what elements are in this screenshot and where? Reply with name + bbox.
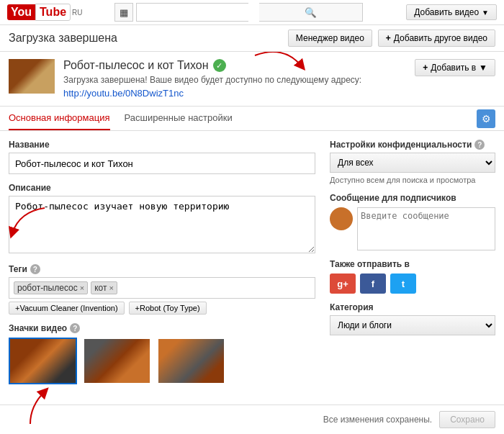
description-field-group: Описание Робот-пылесос изучает новую тер… [9, 183, 315, 256]
upload-success-msg: Загрузка завершена! Ваше видео будет дос… [63, 75, 361, 85]
description-input[interactable]: Робот-пылесос изучает новую территорию [9, 196, 315, 253]
category-select[interactable]: Люди и блоги Музыка Игры Образование Нов… [330, 315, 495, 335]
red-arrow-svg-1 [248, 52, 305, 81]
thumbnails-label: Значки видео ? [9, 323, 315, 333]
tab-basic[interactable]: Основная информация [9, 107, 110, 130]
success-message-row: Загрузка завершена! Ваше видео будет дос… [63, 75, 397, 99]
video-title-text: Робот-пылесос и кот Тихон [63, 59, 209, 72]
tab-gear-button[interactable]: ⚙ [477, 109, 495, 128]
subscriber-section: Сообщение для подписчиков [330, 193, 495, 250]
search-input[interactable] [136, 3, 248, 22]
subscriber-label: Сообщение для подписчиков [330, 193, 495, 203]
privacy-description: Доступно всем для поиска и просмотра [330, 176, 495, 184]
tags-container[interactable]: робот-пылесос × кот × [9, 277, 315, 299]
thumbnail-1[interactable] [9, 338, 77, 384]
left-column: Название Описание Робот-пылесос изучает … [9, 140, 330, 396]
tag-item[interactable]: робот-пылесос × [14, 281, 88, 294]
right-column: Настройки конфиденциальности ? Для всех … [330, 140, 495, 396]
video-thumbnail [9, 59, 55, 94]
video-manager-button[interactable]: Менеджер видео [288, 30, 372, 47]
sub-header-actions: Менеджер видео Добавить другое видео [288, 30, 495, 47]
subscriber-row [330, 207, 495, 250]
tag-suggestions: +Vacuum Cleaner (Invention) +Robot (Toy … [9, 302, 315, 315]
title-input[interactable] [9, 153, 315, 174]
thumbnail-1-image [10, 339, 76, 383]
share-buttons: g+ f t [330, 273, 495, 294]
thumbnail-3[interactable] [157, 338, 225, 384]
logo-white: Tube [35, 4, 71, 21]
tags-help-icon[interactable]: ? [30, 264, 40, 274]
logo-locale: RU [72, 9, 82, 17]
privacy-select[interactable]: Для всех По ссылке Частное [330, 153, 495, 173]
saved-text: Все изменения сохранены. [323, 415, 433, 425]
thumbnail-2-image [84, 339, 150, 383]
thumbnails-help-icon[interactable]: ? [70, 323, 80, 333]
thumbnails-section: Значки видео ? [9, 323, 315, 384]
video-title-row: Робот-пылесос и кот Тихон ✓ [63, 59, 397, 72]
add-to-arrow-icon: ▼ [479, 63, 487, 73]
header-right: Добавить видео ▼ [406, 4, 497, 20]
subscriber-message-input[interactable] [357, 207, 495, 250]
privacy-label: Настройки конфиденциальности ? [330, 140, 495, 150]
privacy-section: Настройки конфиденциальности ? Для всех … [330, 140, 495, 184]
tag-item[interactable]: кот × [91, 281, 117, 294]
title-field-group: Название [9, 140, 315, 174]
thumbnail-3-image [158, 339, 224, 383]
title-label: Название [9, 140, 315, 150]
tag-remove-icon[interactable]: × [109, 284, 113, 292]
upload-complete-label: Загрузка завершена [9, 32, 117, 45]
tags-label: Теги ? [9, 264, 315, 274]
checkmark-icon: ✓ [213, 59, 226, 72]
thumbnails-row [9, 338, 315, 384]
save-button[interactable]: Сохрано [439, 411, 495, 428]
add-other-video-button[interactable]: Добавить другое видео [378, 30, 495, 47]
add-to-button[interactable]: + Добавить в ▼ [415, 59, 495, 76]
main-content: Название Описание Робот-пылесос изучает … [0, 131, 504, 404]
add-video-button[interactable]: Добавить видео ▼ [406, 4, 497, 20]
description-label: Описание [9, 183, 315, 193]
header: YouTubeRU ▦ 🔍 Добавить видео ▼ [0, 0, 504, 25]
privacy-help-icon[interactable]: ? [474, 140, 485, 150]
logo: YouTubeRU [7, 4, 83, 21]
category-label: Категория [330, 302, 495, 312]
share-facebook-button[interactable]: f [360, 273, 386, 294]
bottom-bar: Все изменения сохранены. Сохрано [0, 404, 504, 434]
share-section: Также отправить в g+ f t [330, 259, 495, 294]
category-section: Категория Люди и блоги Музыка Игры Образ… [330, 302, 495, 335]
logo-red: You [7, 4, 35, 20]
tags-field-group: Теги ? робот-пылесос × кот × +Vacuum Cle… [9, 264, 315, 315]
tag-remove-icon[interactable]: × [80, 284, 84, 292]
video-thumb-image [9, 59, 55, 94]
video-title-section: Робот-пылесос и кот Тихон ✓ Загрузка зав… [63, 59, 397, 99]
add-to-section: + Добавить в ▼ [415, 59, 495, 76]
subscriber-avatar [330, 207, 353, 230]
search-bar: ▦ 🔍 [114, 3, 374, 22]
tag-suggestion-2[interactable]: +Robot (Toy Type) [129, 302, 207, 315]
share-label: Также отправить в [330, 259, 495, 269]
grid-icon[interactable]: ▦ [114, 3, 133, 22]
share-twitter-button[interactable]: t [390, 273, 416, 294]
sub-header: Загрузка завершена Менеджер видео Добави… [0, 25, 504, 52]
tab-advanced[interactable]: Расширенные настройки [125, 107, 233, 130]
thumbnail-2[interactable] [83, 338, 151, 384]
share-google-button[interactable]: g+ [330, 273, 356, 294]
dropdown-arrow-icon: ▼ [482, 9, 489, 17]
tag-suggestion-1[interactable]: +Vacuum Cleaner (Invention) [9, 302, 125, 315]
tabs-bar: Основная информация Расширенные настройк… [0, 107, 504, 131]
video-url-link[interactable]: http://youtu.be/0N8DwizT1nc [63, 88, 184, 99]
search-button[interactable]: 🔍 [259, 3, 363, 22]
video-info-bar: Робот-пылесос и кот Тихон ✓ Загрузка зав… [0, 52, 504, 107]
